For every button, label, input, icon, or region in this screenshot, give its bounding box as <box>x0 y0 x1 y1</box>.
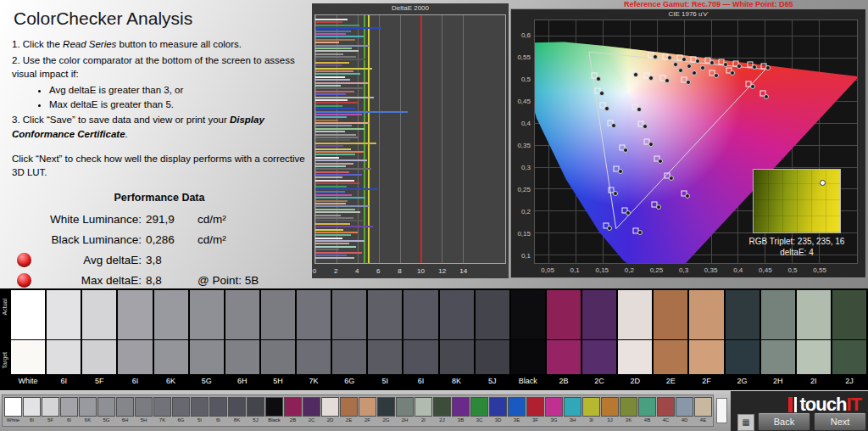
thumb-patch[interactable]: 5G <box>97 397 115 424</box>
thumb-patch[interactable]: 3B <box>452 397 470 424</box>
thumb-patch[interactable]: 8K <box>228 397 246 424</box>
thumb-swatch <box>228 397 246 417</box>
comparator-column[interactable]: 2E <box>654 290 687 390</box>
thumb-patch[interactable]: 2H <box>396 397 414 424</box>
thumb-patch[interactable]: 2J <box>433 397 451 424</box>
thumb-patch[interactable]: 5J <box>247 397 264 424</box>
thumb-patch[interactable]: 6I <box>60 397 78 424</box>
instruction-bullet-1: Avg deltaE is greater than 3, or <box>49 83 307 98</box>
thumb-patch[interactable]: 3I <box>582 397 600 424</box>
thumb-patch[interactable]: 3C <box>470 397 488 424</box>
thumb-patch[interactable]: 3J <box>601 397 619 424</box>
thumb-patch[interactable]: 6I <box>23 397 41 424</box>
deltae-bar <box>315 25 359 26</box>
comparator-column[interactable]: 2I <box>797 290 831 390</box>
deltae-bar <box>315 108 355 109</box>
deltae-bar <box>315 36 364 37</box>
thumb-swatch <box>60 397 78 417</box>
thumb-patch[interactable]: 3F <box>526 397 544 424</box>
comparator-column[interactable]: 7K <box>297 290 331 390</box>
thumb-patch[interactable]: 6G <box>172 397 190 424</box>
thumb-patch[interactable]: 3E <box>508 397 526 424</box>
deltae-bar <box>315 45 369 47</box>
deltae-axis-tick: 4 <box>355 267 359 275</box>
grid-button[interactable]: ▦ <box>737 414 754 431</box>
comparator-column[interactable]: 2F <box>689 290 723 390</box>
thumb-label: 3K <box>620 417 637 424</box>
patch-label: 6H <box>225 374 259 389</box>
thumb-patch[interactable]: 4C <box>657 397 675 424</box>
thumb-patch[interactable]: 4B <box>638 397 656 424</box>
thumb-swatch <box>209 397 227 417</box>
comparator-column[interactable]: 2H <box>761 290 795 390</box>
thumb-patch[interactable]: 3K <box>620 397 637 424</box>
strip-scroll-button[interactable] <box>716 398 727 423</box>
comparator-column[interactable]: 5F <box>82 290 116 390</box>
cie-axis-tick: 0,5 <box>787 266 797 274</box>
thumb-patch[interactable]: Black <box>265 397 283 424</box>
deltae-bar <box>315 232 358 233</box>
thumb-patch[interactable]: 2C <box>303 397 320 424</box>
comparator-column[interactable]: 6I <box>118 290 152 390</box>
comparator-column[interactable]: 2D <box>618 290 652 390</box>
cie-axis-tick: 0,55 <box>813 266 826 274</box>
thumb-patch[interactable]: 6I <box>209 397 227 424</box>
thumb-patch[interactable]: 6H <box>116 397 134 424</box>
thumb-patch[interactable]: 3G <box>545 397 563 424</box>
comparator-column[interactable]: 2G <box>726 290 760 390</box>
cie-measured-point <box>667 55 672 60</box>
comparator-column[interactable]: 5I <box>368 290 402 390</box>
comparator-column[interactable]: 6K <box>154 290 188 390</box>
thumb-patch[interactable]: 2D <box>321 397 339 424</box>
thumb-patch[interactable]: 5H <box>135 397 153 424</box>
thumb-patch[interactable]: 7K <box>153 397 171 424</box>
cie-measured-point <box>656 204 661 210</box>
deltae-bar <box>315 122 370 124</box>
comparator-column[interactable]: 2J <box>832 290 866 390</box>
thumb-patch[interactable]: 4E <box>694 397 712 424</box>
comparator-column[interactable]: 8K <box>440 290 474 390</box>
next-button[interactable]: Next <box>814 412 866 431</box>
deltae-bar <box>315 174 362 176</box>
deltae-bar <box>315 21 342 23</box>
cie-measured-point <box>750 84 755 89</box>
comparator-column[interactable]: 2C <box>582 290 616 390</box>
cie-measured-point <box>737 64 742 69</box>
thumb-patch[interactable]: 2B <box>284 397 302 424</box>
deltae-bar <box>315 168 371 170</box>
thumb-patch[interactable]: 4D <box>676 397 693 424</box>
comparator-column[interactable]: 2B <box>547 290 581 390</box>
patch-label: 2D <box>618 374 652 389</box>
comparator-column[interactable]: 5J <box>476 290 509 390</box>
thumb-patch[interactable]: 2G <box>377 397 395 424</box>
back-button[interactable]: Back <box>758 412 810 431</box>
thumb-patch[interactable]: 3H <box>564 397 581 424</box>
thumb-patch[interactable]: 2E <box>340 397 358 424</box>
thumb-patch[interactable]: White <box>4 397 22 424</box>
thumb-patch[interactable]: 6K <box>79 397 97 424</box>
comparator-column[interactable]: 5G <box>190 290 224 390</box>
thumb-patch[interactable]: 2I <box>415 397 432 424</box>
target-label: Target <box>2 352 8 368</box>
deltae-bar <box>315 76 345 78</box>
thumb-label: 3I <box>582 417 600 424</box>
thumb-patch[interactable]: 5I <box>191 397 209 424</box>
thumb-patch[interactable]: 3D <box>489 397 507 424</box>
comparator-column[interactable]: White <box>11 290 45 390</box>
comparator-column[interactable]: 6H <box>225 290 259 390</box>
cie-axis-tick: 0,45 <box>517 98 531 105</box>
thumb-label: 2C <box>303 417 320 424</box>
comparator-column[interactable]: Black <box>511 290 545 390</box>
comparator-column[interactable]: 5H <box>261 290 295 390</box>
thumb-patch[interactable]: 5F <box>42 397 59 424</box>
deltae-bar <box>315 114 362 115</box>
comparator-column[interactable]: 6G <box>332 290 366 390</box>
color-inset-gradient[interactable] <box>753 169 841 233</box>
thumb-patch[interactable]: 2F <box>359 397 376 424</box>
comparator-column[interactable]: 6I <box>47 290 81 390</box>
cie-measured-point <box>700 65 705 70</box>
patch-label: 5H <box>261 374 295 389</box>
target-swatch <box>47 340 81 374</box>
thumb-swatch <box>23 397 41 417</box>
comparator-column[interactable]: 6I <box>403 290 437 390</box>
